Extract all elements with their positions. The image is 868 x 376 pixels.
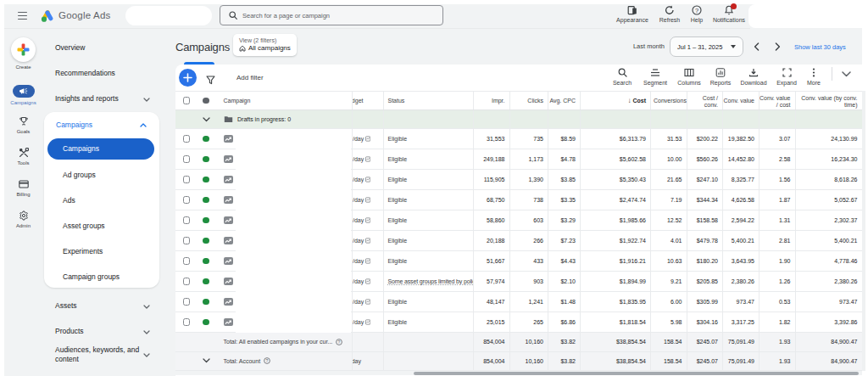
status-enabled-dot[interactable]: [203, 136, 209, 143]
column-header-budget[interactable]: Budget: [352, 92, 383, 109]
column-header-conv-value-time[interactable]: Conv. value (by conv.time): [795, 92, 862, 109]
row-checkbox[interactable]: [183, 216, 191, 224]
select-all-checkbox[interactable]: [183, 97, 191, 104]
rail-campaigns-pill[interactable]: [13, 85, 35, 98]
sort-descending-icon[interactable]: ↓: [627, 97, 631, 104]
row-checkbox[interactable]: [183, 257, 191, 265]
column-header-status[interactable]: Status: [383, 92, 473, 109]
row-checkbox[interactable]: [183, 155, 191, 163]
status-enabled-dot[interactable]: [203, 156, 209, 163]
row-checkbox[interactable]: [183, 196, 191, 204]
appearance-button[interactable]: Appearance: [614, 5, 651, 23]
status-cell[interactable]: Eligible: [383, 129, 473, 149]
sidebar-item-ads[interactable]: Ads: [63, 196, 75, 205]
performance-chart-icon[interactable]: [224, 135, 233, 143]
row-checkbox[interactable]: [183, 298, 191, 306]
status-cell[interactable]: Eligible: [383, 251, 473, 271]
rail-item-create[interactable]: Create: [5, 37, 42, 70]
segment-button[interactable]: Segment: [637, 68, 674, 86]
sidebar-item-campaigns-selected[interactable]: Campaigns: [47, 138, 154, 160]
chevron-down-icon[interactable]: [142, 95, 151, 104]
column-header-cost[interactable]: ↓Cost: [580, 92, 650, 109]
help-circle-icon[interactable]: ?: [336, 339, 342, 345]
sidebar-item-products[interactable]: Products: [55, 327, 84, 335]
sidebar-item-ad-groups[interactable]: Ad groups: [63, 171, 96, 179]
chevron-down-icon[interactable]: [142, 328, 151, 336]
collapse-toolbar-button[interactable]: [839, 69, 853, 79]
performance-chart-icon[interactable]: [224, 278, 233, 286]
status-enabled-dot[interactable]: [203, 238, 209, 244]
budget-cell[interactable]: /day: [352, 149, 383, 169]
previous-period-button[interactable]: [750, 41, 762, 53]
reports-button[interactable]: Reports: [702, 68, 739, 86]
sidebar-item-assets[interactable]: Assets: [55, 301, 77, 310]
chevron-down-icon[interactable]: [142, 302, 151, 311]
row-checkbox[interactable]: [183, 278, 191, 285]
chevron-down-icon[interactable]: [142, 351, 151, 359]
chevron-down-icon[interactable]: [203, 358, 210, 363]
sidebar-item-insights[interactable]: Insights and reports: [55, 94, 119, 103]
column-header-avg-cpc[interactable]: Avg. CPC: [548, 92, 580, 109]
status-enabled-dot[interactable]: [203, 299, 209, 306]
column-header-conv-value-cost[interactable]: Conv. value/ cost: [759, 92, 795, 109]
menu-icon[interactable]: [18, 11, 27, 20]
rail-item-admin[interactable]: Admin: [5, 210, 42, 228]
budget-cell[interactable]: /day: [352, 292, 383, 311]
budget-cell[interactable]: /day: [352, 129, 383, 149]
rail-item-tools[interactable]: Tools: [5, 148, 42, 166]
download-button[interactable]: Download: [735, 68, 772, 86]
performance-chart-icon[interactable]: [224, 155, 233, 164]
notifications-button[interactable]: Notifications: [710, 5, 748, 23]
budget-cell[interactable]: /day: [352, 251, 383, 271]
help-circle-icon[interactable]: ?: [264, 357, 270, 364]
row-checkbox[interactable]: [183, 318, 191, 326]
drafts-row[interactable]: Drafts in progress: 0: [175, 110, 862, 129]
status-cell[interactable]: Eligible: [383, 149, 473, 169]
sidebar-item-asset-groups[interactable]: Asset groups: [63, 222, 105, 230]
status-enabled-dot[interactable]: [203, 177, 209, 183]
column-header-campaign[interactable]: Campaign: [214, 92, 352, 109]
sidebar-item-experiments[interactable]: Experiments: [63, 247, 103, 255]
more-button[interactable]: More: [795, 68, 832, 86]
sidebar-section-campaigns[interactable]: Campaigns: [56, 121, 92, 129]
budget-cell[interactable]: /day: [352, 231, 383, 250]
status-enabled-dot[interactable]: [203, 217, 209, 224]
performance-chart-icon[interactable]: [224, 216, 233, 225]
row-checkbox[interactable]: [183, 237, 191, 244]
sidebar-item-campaign-groups[interactable]: Campaign groups: [63, 272, 120, 281]
column-header-cost-conv[interactable]: Cost /conv.: [687, 92, 723, 109]
status-cell[interactable]: Eligible: [383, 210, 473, 230]
status-cell[interactable]: Eligible: [383, 292, 473, 311]
sidebar-item-recommendations[interactable]: Recommendations: [55, 69, 115, 77]
budget-cell[interactable]: /day: [352, 210, 383, 230]
column-header-conversions[interactable]: Conversions: [650, 92, 687, 109]
column-header-conv-value[interactable]: Conv. value: [722, 92, 759, 109]
filter-button[interactable]: [206, 73, 215, 88]
sidebar-item-overview[interactable]: Overview: [55, 43, 85, 52]
show-last-30-days-link[interactable]: Show last 30 days: [794, 43, 846, 51]
performance-chart-icon[interactable]: [224, 318, 233, 327]
status-cell[interactable]: Eligible: [383, 170, 473, 189]
create-button[interactable]: [11, 37, 36, 62]
status-cell[interactable]: Eligible: [383, 312, 473, 332]
global-search-input[interactable]: Search for a page or campaign: [220, 5, 443, 25]
rail-item-goals[interactable]: Goals: [5, 116, 42, 134]
performance-chart-icon[interactable]: [224, 176, 233, 184]
google-ads-logo-icon[interactable]: [39, 9, 53, 22]
budget-cell[interactable]: /day: [352, 312, 383, 332]
performance-chart-icon[interactable]: [224, 298, 233, 306]
status-filter-dot[interactable]: [203, 98, 209, 104]
budget-cell[interactable]: /day: [352, 272, 383, 291]
status-cell[interactable]: Eligible: [383, 231, 473, 250]
column-header-impr[interactable]: Impr.: [473, 92, 509, 109]
rail-item-campaigns[interactable]: Campaigns: [5, 85, 42, 105]
status-enabled-dot[interactable]: [203, 258, 209, 265]
view-filters-chip[interactable]: View (2 filters) All campaigns: [233, 34, 297, 56]
table-search-button[interactable]: Search: [604, 68, 641, 86]
status-cell[interactable]: Some asset groups limited by policy: [383, 272, 473, 291]
status-enabled-dot[interactable]: [203, 197, 209, 204]
row-checkbox[interactable]: [183, 176, 191, 183]
column-header-clicks[interactable]: Clicks: [509, 92, 548, 109]
budget-cell[interactable]: /day: [352, 170, 383, 189]
chevron-up-icon[interactable]: [139, 121, 147, 130]
